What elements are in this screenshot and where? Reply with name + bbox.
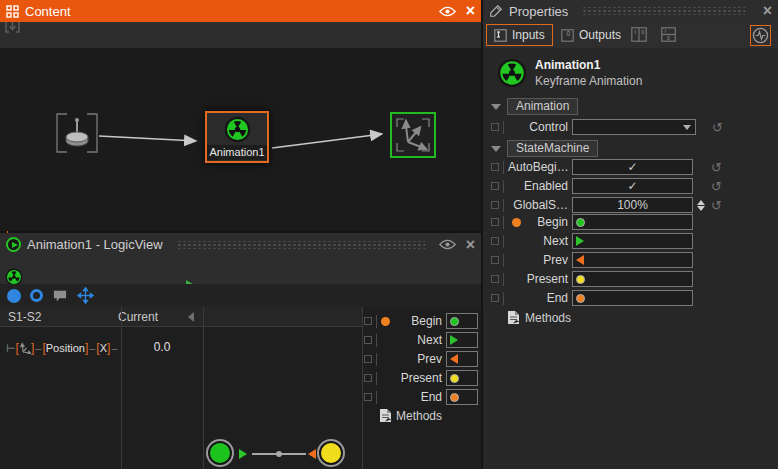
eye-icon[interactable] [439,6,456,17]
reset-icon[interactable]: ↺ [711,180,722,193]
node-name: Animation1 [535,58,600,72]
group-animation[interactable]: Animation [491,98,578,115]
bound-indicator [381,317,390,326]
close-icon[interactable]: × [466,237,475,253]
properties-panel: Properties × Inputs 0 Outputs I0 I0 Anim… [483,0,778,469]
track-part-axis[interactable]: X [100,342,107,354]
event-field[interactable] [572,271,693,287]
svg-text:I: I [634,29,636,35]
control-dropdown[interactable] [572,119,696,135]
ring-circle-icon[interactable] [30,289,43,302]
row-begin: Begin [491,213,771,231]
tab-outputs[interactable]: 0 Outputs [555,24,627,46]
methods-link[interactable]: Methods [379,408,442,423]
row-checkbox[interactable] [491,182,499,190]
row-checkbox[interactable] [491,201,499,209]
spinner-control[interactable] [697,200,705,211]
event-checkbox[interactable] [364,393,372,401]
close-icon[interactable]: × [466,3,475,19]
content-panel: Content × [0,0,481,231]
event-field[interactable] [446,370,478,386]
transition-handle[interactable] [276,451,282,457]
animation-node[interactable]: Animation1 [205,111,269,163]
event-checkbox[interactable] [364,374,372,382]
collapse-column-icon[interactable] [188,312,194,322]
keyframe-animation-icon [497,58,527,88]
node-type: Keyframe Animation [535,74,642,88]
logicview-viewbar [0,284,481,307]
event-field[interactable] [446,389,478,405]
comment-icon[interactable] [52,289,68,303]
event-field[interactable] [446,332,478,348]
svg-text:0: 0 [566,29,570,36]
row-prev: Prev [491,251,771,269]
panel-title: Content [25,4,71,19]
inputs-icon [494,29,507,42]
row-checkbox[interactable] [491,237,499,245]
state-s2[interactable] [319,441,343,465]
titlebar-texture [582,7,744,15]
methods-icon [379,408,392,423]
event-field[interactable] [572,233,693,249]
reset-icon[interactable]: ↺ [711,161,722,174]
io-stacked-view-icon[interactable]: I0 [661,27,676,42]
event-checkbox[interactable] [364,336,372,344]
row-control: Control ↺ [491,118,771,136]
event-field[interactable] [446,313,478,329]
close-icon[interactable]: × [763,3,772,19]
backward-transition-icon[interactable] [308,449,316,459]
expander-icon[interactable] [491,146,501,152]
column-current[interactable]: Current [113,310,188,324]
event-field[interactable] [572,252,693,268]
signal-icon[interactable] [750,25,771,46]
row-autobegin: AutoBegi… ✓ ↺ [491,158,771,176]
reset-icon[interactable]: ↺ [712,121,723,134]
value-field[interactable]: 100% [572,197,693,213]
logicview-table: S1-S2 Current ⊢ [ ]– [Position]– [X]– 0.… [0,307,481,469]
row-present: Present [491,270,771,288]
svg-text:I: I [665,28,666,34]
reset-icon[interactable]: ↺ [711,199,722,212]
play-state-icon [6,237,21,252]
table-header[interactable]: S1-S2 Current [0,307,362,327]
event-checkbox[interactable] [364,355,372,363]
content-titlebar[interactable]: Content × [0,0,481,22]
tab-inputs[interactable]: Inputs [486,24,553,46]
track-part-position[interactable]: Position [46,342,85,354]
track-row[interactable]: ⊢ [ ]– [Position]– [X]– [6,339,119,357]
forward-transition-icon[interactable] [239,449,247,459]
row-globalspeed: GlobalS… 100% ↺ [491,196,771,214]
expander-icon[interactable] [491,104,501,110]
column-track[interactable]: S1-S2 [0,310,113,324]
node-canvas[interactable]: Animation1 [0,48,481,231]
scene-object-node[interactable] [55,112,99,154]
methods-link[interactable]: Methods [507,310,571,325]
move-icon[interactable] [77,287,94,304]
state-s1[interactable] [208,441,232,465]
outputs-icon: 0 [561,29,574,42]
keyframe-target-node[interactable] [390,112,436,158]
event-checkbox[interactable] [364,317,372,325]
logicview-titlebar[interactable]: Animation1 - LogicView × [0,233,481,256]
value-field[interactable]: ✓ [572,159,693,175]
row-next: Next [491,232,771,250]
current-value[interactable]: 0.0 [121,340,203,354]
filled-circle-icon[interactable] [7,289,21,303]
io-split-view-icon[interactable]: I0 [631,27,647,42]
properties-titlebar[interactable]: Properties × [483,0,778,22]
row-checkbox[interactable] [491,294,499,302]
row-checkbox[interactable] [491,123,499,131]
row-checkbox[interactable] [491,218,499,226]
event-field[interactable] [572,214,693,230]
row-checkbox[interactable] [491,275,499,283]
event-field[interactable] [446,351,478,367]
row-checkbox[interactable] [491,163,499,171]
group-statemachine[interactable]: StateMachine [491,140,598,157]
properties-toolbar: Inputs 0 Outputs I0 I0 [483,22,778,48]
eye-icon[interactable] [439,239,456,250]
svg-text:0: 0 [641,29,644,35]
event-field[interactable] [572,290,693,306]
row-checkbox[interactable] [491,256,499,264]
value-field[interactable]: ✓ [572,178,693,194]
event-row-prev: Prev [364,350,478,368]
